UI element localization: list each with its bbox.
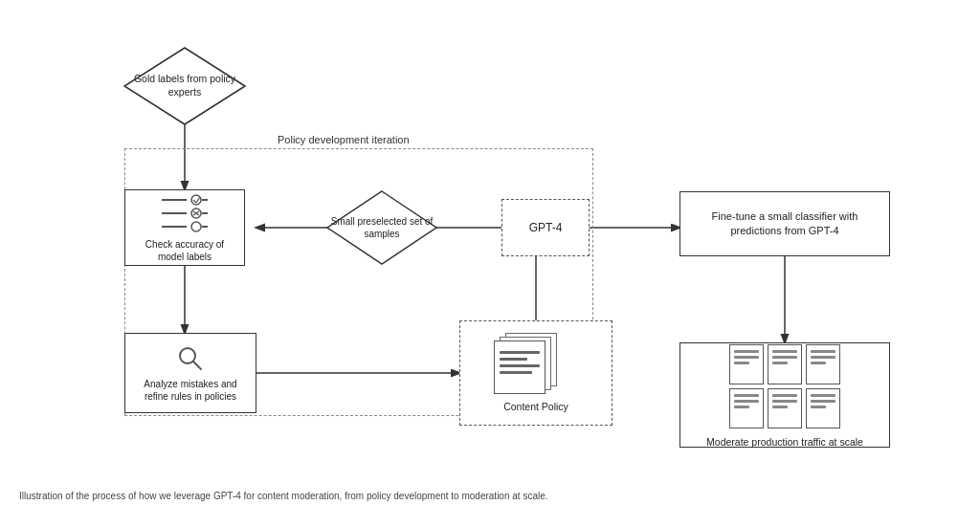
search-icon (175, 343, 206, 374)
gpt4-label: GPT-4 (529, 220, 563, 236)
analyze-box: Analyze mistakes and refine rules in pol… (124, 333, 256, 413)
caption: Illustration of the process of how we le… (19, 491, 961, 501)
check-accuracy-label: Check accuracy of model labels (133, 238, 236, 263)
policy-iter-label: Policy development iteration (278, 134, 410, 145)
doc-grid (725, 340, 844, 432)
gold-labels-text: Gold labels from policy experts (122, 69, 247, 102)
check-accuracy-box: Check accuracy of model labels (124, 189, 245, 266)
moderate-label: Moderate production traffic at scale (706, 436, 863, 450)
gpt4-box: GPT-4 (501, 199, 590, 256)
content-policy-label: Content Policy (503, 400, 568, 414)
fine-tune-box: Fine-tune a small classifier with predic… (679, 191, 890, 256)
content-policy-box: Content Policy (459, 320, 612, 426)
checklist-icon-svg (158, 192, 212, 234)
moderate-box: Moderate production traffic at scale (679, 342, 890, 448)
gold-labels-diamond: Gold labels from policy experts (122, 46, 247, 126)
analyze-label: Analyze mistakes and refine rules in pol… (133, 378, 248, 403)
small-samples-text: Small preselected set of samples (325, 211, 438, 244)
small-samples-diamond: Small preselected set of samples (325, 189, 438, 266)
diagram-container: Policy development iteration Gold labels… (0, 0, 980, 507)
svg-point-20 (191, 222, 201, 231)
svg-point-10 (191, 195, 201, 205)
svg-line-24 (193, 362, 201, 369)
fine-tune-label: Fine-tune a small classifier with predic… (686, 209, 883, 239)
